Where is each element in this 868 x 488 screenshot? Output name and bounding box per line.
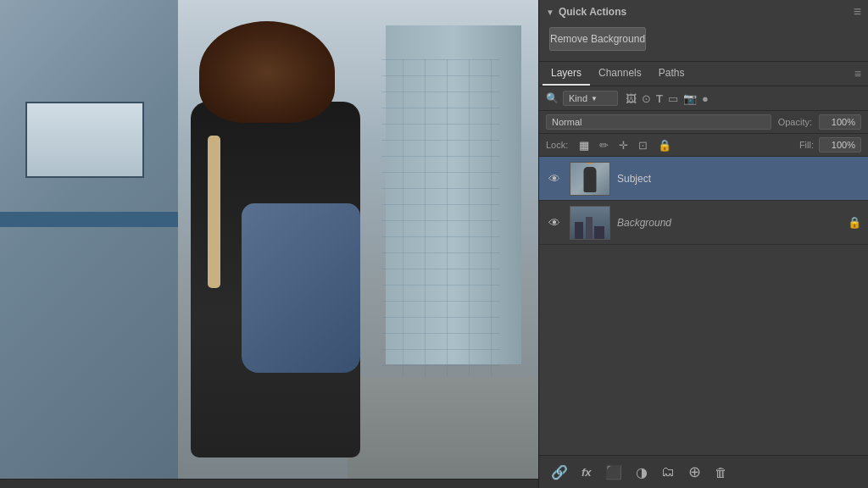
mini-building1	[575, 222, 583, 239]
filter-kind-label: Kind	[569, 93, 587, 103]
quick-actions-title: Quick Actions	[559, 6, 626, 18]
layers-filter-row: 🔍 Kind ▼ 🖼 ⊙ T ▭ 📷 ●	[539, 86, 868, 111]
canvas-area	[0, 0, 538, 488]
layers-tabs: Layers Channels Paths ≡	[539, 62, 868, 86]
person-figure	[157, 34, 394, 474]
layers-toolbar: 🔗 fx ⬛ ◑ 🗂 ⊕ 🗑	[539, 455, 868, 488]
delete-layer-button[interactable]: 🗑	[711, 463, 731, 481]
canvas-image	[0, 0, 538, 479]
layers-list: 👁 Subject 👁	[539, 157, 868, 455]
layer-name-background: Background	[617, 217, 848, 229]
filter-icons: 🖼 ⊙ T ▭ 📷 ●	[626, 92, 709, 105]
backpack-strap	[208, 136, 220, 288]
layer-thumbnail-subject	[570, 162, 610, 196]
checkerboard-lock-icon[interactable]: ▦	[576, 138, 592, 152]
adjustment-button[interactable]: ◑	[632, 463, 651, 482]
transform-lock-icon[interactable]: ⊡	[636, 138, 650, 152]
mini-city	[570, 207, 609, 239]
all-lock-icon[interactable]: 🔒	[655, 138, 674, 152]
blend-mode-input[interactable]	[546, 114, 771, 130]
remove-background-button[interactable]: Remove Background	[549, 27, 646, 51]
folder-button[interactable]: 🗂	[658, 463, 678, 481]
layers-menu-icon[interactable]: ≡	[851, 64, 865, 84]
tab-channels[interactable]: Channels	[590, 62, 650, 86]
layer-thumb-bg	[570, 207, 609, 239]
fill-label: Fill:	[799, 140, 814, 150]
new-layer-button[interactable]: ⊕	[685, 461, 704, 483]
image-filter-icon[interactable]: 🖼	[626, 92, 637, 105]
quick-actions-header[interactable]: ▼ Quick Actions ≡	[539, 0, 868, 24]
layer-lock-icon-background: 🔒	[848, 216, 861, 229]
layer-name-subject: Subject	[617, 173, 861, 185]
layer-visibility-subject[interactable]: 👁	[546, 172, 563, 186]
lock-row: Lock: ▦ ✏ ✛ ⊡ 🔒 Fill:	[539, 134, 868, 157]
right-panel: ▼ Quick Actions ≡ Remove Background Laye…	[538, 0, 868, 488]
fill-input[interactable]	[819, 137, 861, 152]
person-hair	[199, 21, 335, 123]
chevron-down-icon: ▼	[591, 95, 598, 103]
panel-options-icon[interactable]: ≡	[854, 4, 861, 19]
layer-visibility-background[interactable]: 👁	[546, 216, 563, 230]
mini-head	[586, 162, 594, 164]
opacity-input[interactable]	[819, 114, 861, 130]
brush-lock-icon[interactable]: ✏	[597, 138, 611, 152]
blend-opacity-row: Opacity:	[539, 111, 868, 134]
move-lock-icon[interactable]: ✛	[616, 138, 631, 152]
tab-layers[interactable]: Layers	[542, 62, 590, 86]
mini-person	[584, 167, 597, 192]
link-layers-button[interactable]: 🔗	[548, 463, 571, 482]
quick-actions-section: ▼ Quick Actions ≡ Remove Background	[539, 0, 868, 62]
circle-filter-icon[interactable]: ⊙	[642, 92, 651, 105]
bg-building-windows	[381, 59, 500, 381]
rect-filter-icon[interactable]: ▭	[668, 92, 678, 105]
canvas-bottom-bar	[0, 479, 538, 488]
text-filter-icon[interactable]: T	[656, 92, 663, 105]
layers-section: Layers Channels Paths ≡ 🔍 Kind ▼ 🖼 ⊙ T ▭…	[539, 62, 868, 488]
tab-paths[interactable]: Paths	[650, 62, 693, 86]
camera-filter-icon[interactable]: 📷	[683, 92, 697, 105]
search-icon: 🔍	[546, 92, 559, 104]
fx-button[interactable]: fx	[578, 464, 595, 480]
layer-item-background[interactable]: 👁 Background 🔒	[539, 201, 868, 245]
mini-building3	[594, 226, 604, 239]
mini-building2	[586, 217, 593, 239]
layer-item-subject[interactable]: 👁 Subject	[539, 157, 868, 201]
dot-filter-icon[interactable]: ●	[702, 92, 709, 105]
chevron-down-icon: ▼	[546, 8, 554, 17]
mask-button[interactable]: ⬛	[602, 463, 626, 482]
opacity-label: Opacity:	[778, 117, 812, 127]
lock-label: Lock:	[546, 140, 568, 150]
filter-kind-dropdown[interactable]: Kind ▼	[563, 91, 618, 106]
backpack	[242, 203, 360, 373]
bg-building	[386, 25, 521, 364]
train-window	[25, 102, 144, 178]
layer-thumb-subject-bg	[570, 163, 609, 195]
layer-thumbnail-background	[570, 206, 610, 240]
